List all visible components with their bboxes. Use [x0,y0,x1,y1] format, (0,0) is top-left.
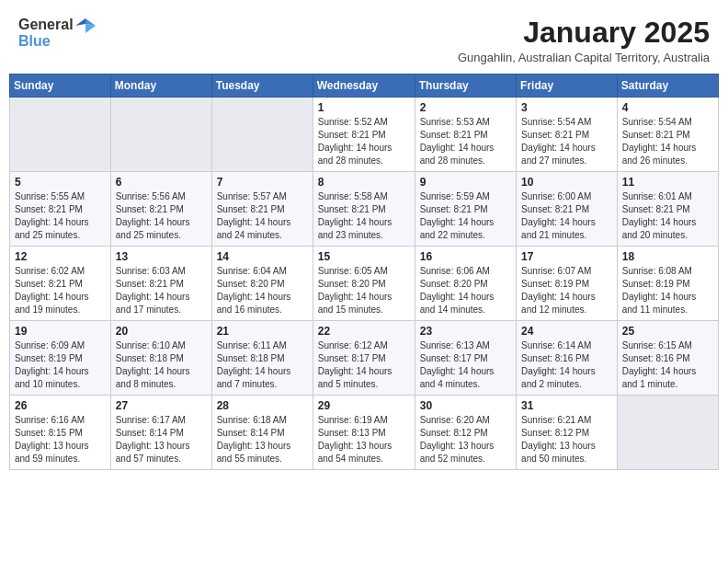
day-number: 30 [420,399,511,412]
calendar-cell: 25Sunrise: 6:15 AM Sunset: 8:16 PM Dayli… [617,321,718,396]
day-info: Sunrise: 6:07 AM Sunset: 8:19 PM Dayligh… [521,265,612,316]
day-info: Sunrise: 5:52 AM Sunset: 8:21 PM Dayligh… [318,116,410,167]
calendar-cell: 13Sunrise: 6:03 AM Sunset: 8:21 PM Dayli… [110,247,211,321]
day-number: 28 [217,399,308,412]
day-info: Sunrise: 5:57 AM Sunset: 8:21 PM Dayligh… [217,190,308,242]
calendar-cell: 14Sunrise: 6:04 AM Sunset: 8:20 PM Dayli… [211,247,313,321]
calendar-week-row: 19Sunrise: 6:09 AM Sunset: 8:19 PM Dayli… [10,321,719,396]
day-number: 26 [15,399,106,412]
logo-bird-icon [75,17,96,33]
day-info: Sunrise: 6:06 AM Sunset: 8:20 PM Dayligh… [420,265,511,316]
calendar-cell: 2Sunrise: 5:53 AM Sunset: 8:21 PM Daylig… [415,98,516,172]
calendar-cell: 9Sunrise: 5:59 AM Sunset: 8:21 PM Daylig… [415,172,516,247]
day-number: 9 [420,176,511,189]
calendar-cell: 30Sunrise: 6:20 AM Sunset: 8:12 PM Dayli… [415,396,516,470]
day-number: 14 [217,250,308,263]
calendar-cell: 23Sunrise: 6:13 AM Sunset: 8:17 PM Dayli… [415,321,516,396]
day-header-tuesday: Tuesday [211,75,313,98]
calendar-cell: 10Sunrise: 6:00 AM Sunset: 8:21 PM Dayli… [517,172,618,247]
day-number: 18 [622,250,713,263]
calendar-week-row: 1Sunrise: 5:52 AM Sunset: 8:21 PM Daylig… [10,98,719,172]
calendar-header-row: SundayMondayTuesdayWednesdayThursdayFrid… [10,75,719,98]
calendar-cell: 20Sunrise: 6:10 AM Sunset: 8:18 PM Dayli… [110,321,211,396]
day-info: Sunrise: 6:00 AM Sunset: 8:21 PM Dayligh… [521,190,612,242]
day-info: Sunrise: 5:58 AM Sunset: 8:21 PM Dayligh… [318,190,410,242]
day-number: 25 [622,325,713,338]
day-number: 5 [15,176,106,189]
title-block: January 2025 Gungahlin, Australian Capit… [458,17,710,64]
month-title: January 2025 [458,17,710,49]
day-info: Sunrise: 6:04 AM Sunset: 8:20 PM Dayligh… [217,265,308,316]
calendar-cell: 31Sunrise: 6:21 AM Sunset: 8:12 PM Dayli… [517,396,618,470]
calendar-cell: 15Sunrise: 6:05 AM Sunset: 8:20 PM Dayli… [313,247,415,321]
day-number: 20 [116,325,207,338]
day-header-wednesday: Wednesday [313,75,415,98]
day-number: 11 [622,176,713,189]
svg-marker-1 [75,18,85,26]
day-number: 10 [521,176,612,189]
calendar-cell: 29Sunrise: 6:19 AM Sunset: 8:13 PM Dayli… [313,396,415,470]
day-info: Sunrise: 5:54 AM Sunset: 8:21 PM Dayligh… [622,116,713,167]
day-info: Sunrise: 6:16 AM Sunset: 8:15 PM Dayligh… [15,414,106,465]
day-number: 4 [622,101,713,114]
day-number: 19 [15,325,106,338]
calendar-cell: 16Sunrise: 6:06 AM Sunset: 8:20 PM Dayli… [415,247,516,321]
day-number: 31 [521,399,612,412]
day-number: 22 [318,325,410,338]
calendar-cell [617,396,718,470]
day-number: 2 [420,101,511,114]
day-number: 3 [521,101,612,114]
calendar-cell: 11Sunrise: 6:01 AM Sunset: 8:21 PM Dayli… [617,172,718,247]
calendar-cell: 21Sunrise: 6:11 AM Sunset: 8:18 PM Dayli… [211,321,313,396]
day-header-saturday: Saturday [617,75,718,98]
day-info: Sunrise: 6:21 AM Sunset: 8:12 PM Dayligh… [521,414,612,465]
day-number: 17 [521,250,612,263]
day-info: Sunrise: 6:10 AM Sunset: 8:18 PM Dayligh… [116,339,207,391]
day-info: Sunrise: 5:53 AM Sunset: 8:21 PM Dayligh… [420,116,511,167]
day-number: 7 [217,176,308,189]
day-number: 13 [116,250,207,263]
day-info: Sunrise: 6:03 AM Sunset: 8:21 PM Dayligh… [116,265,207,316]
calendar-cell: 19Sunrise: 6:09 AM Sunset: 8:19 PM Dayli… [10,321,111,396]
day-info: Sunrise: 5:54 AM Sunset: 8:21 PM Dayligh… [521,116,612,167]
day-info: Sunrise: 6:01 AM Sunset: 8:21 PM Dayligh… [622,190,713,242]
calendar-cell: 24Sunrise: 6:14 AM Sunset: 8:16 PM Dayli… [517,321,618,396]
day-info: Sunrise: 5:55 AM Sunset: 8:21 PM Dayligh… [15,190,106,242]
day-number: 23 [420,325,511,338]
day-info: Sunrise: 6:12 AM Sunset: 8:17 PM Dayligh… [318,339,410,391]
calendar-cell: 5Sunrise: 5:55 AM Sunset: 8:21 PM Daylig… [10,172,111,247]
day-info: Sunrise: 6:11 AM Sunset: 8:18 PM Dayligh… [217,339,308,391]
day-number: 24 [521,325,612,338]
calendar-cell: 28Sunrise: 6:18 AM Sunset: 8:14 PM Dayli… [211,396,313,470]
calendar-cell: 26Sunrise: 6:16 AM Sunset: 8:15 PM Dayli… [10,396,111,470]
day-info: Sunrise: 5:56 AM Sunset: 8:21 PM Dayligh… [116,190,207,242]
calendar-cell: 22Sunrise: 6:12 AM Sunset: 8:17 PM Dayli… [313,321,415,396]
calendar-cell: 27Sunrise: 6:17 AM Sunset: 8:14 PM Dayli… [110,396,211,470]
calendar-week-row: 12Sunrise: 6:02 AM Sunset: 8:21 PM Dayli… [10,247,719,321]
day-info: Sunrise: 6:15 AM Sunset: 8:16 PM Dayligh… [622,339,713,391]
day-number: 8 [318,176,410,189]
location-subtitle: Gungahlin, Australian Capital Territory,… [458,51,710,64]
day-header-sunday: Sunday [10,75,111,98]
day-number: 12 [15,250,106,263]
day-header-thursday: Thursday [415,75,516,98]
day-number: 15 [318,250,410,263]
day-info: Sunrise: 5:59 AM Sunset: 8:21 PM Dayligh… [420,190,511,242]
calendar-cell: 3Sunrise: 5:54 AM Sunset: 8:21 PM Daylig… [517,98,618,172]
day-info: Sunrise: 6:13 AM Sunset: 8:17 PM Dayligh… [420,339,511,391]
calendar-table: SundayMondayTuesdayWednesdayThursdayFrid… [9,74,719,470]
page-header: General Blue January 2025 Gungahlin, Aus… [9,9,719,68]
day-number: 16 [420,250,511,263]
calendar-cell: 1Sunrise: 5:52 AM Sunset: 8:21 PM Daylig… [313,98,415,172]
calendar-cell: 12Sunrise: 6:02 AM Sunset: 8:21 PM Dayli… [10,247,111,321]
day-header-monday: Monday [110,75,211,98]
calendar-cell: 4Sunrise: 5:54 AM Sunset: 8:21 PM Daylig… [617,98,718,172]
logo: General Blue [18,17,96,50]
day-info: Sunrise: 6:09 AM Sunset: 8:19 PM Dayligh… [15,339,106,391]
day-info: Sunrise: 6:02 AM Sunset: 8:21 PM Dayligh… [15,265,106,316]
day-info: Sunrise: 6:08 AM Sunset: 8:19 PM Dayligh… [622,265,713,316]
calendar-cell: 8Sunrise: 5:58 AM Sunset: 8:21 PM Daylig… [313,172,415,247]
day-number: 27 [116,399,207,412]
calendar-cell: 7Sunrise: 5:57 AM Sunset: 8:21 PM Daylig… [211,172,313,247]
day-info: Sunrise: 6:14 AM Sunset: 8:16 PM Dayligh… [521,339,612,391]
